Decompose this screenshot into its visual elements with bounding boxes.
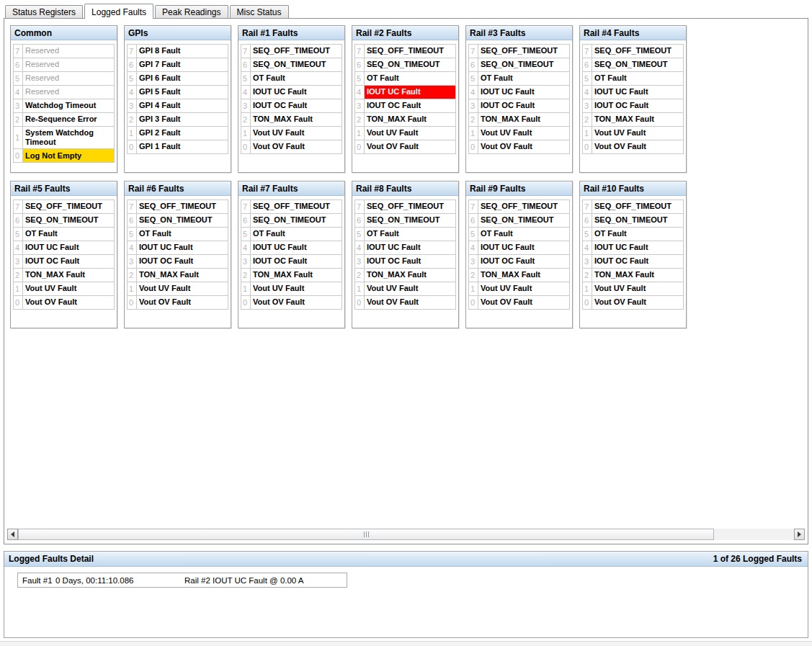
fault-bit-row: 5 GPI 6 Fault — [127, 71, 228, 86]
tab-peak-readings[interactable]: Peak Readings — [155, 5, 228, 18]
fault-bit-row: 6 SEQ_ON_TIMEOUT — [468, 213, 570, 228]
fault-label: IOUT OC Fault — [365, 255, 455, 268]
scroll-left-icon — [11, 531, 14, 537]
bit-number: 5 — [128, 72, 137, 85]
fault-bit-row: 4 IOUT UC Fault — [582, 241, 684, 255]
bit-number: 3 — [128, 255, 137, 268]
bit-number: 7 — [469, 200, 478, 213]
fault-label: IOUT UC Fault — [592, 86, 683, 99]
bit-number: 3 — [583, 255, 592, 268]
fault-label: Vout OV Fault — [251, 296, 342, 309]
panel-title: Rail #5 Faults — [14, 184, 70, 194]
bit-number: 5 — [241, 228, 251, 241]
fault-bit-row: 6 SEQ_ON_TIMEOUT — [582, 213, 684, 228]
bit-number: 2 — [469, 269, 478, 282]
scroll-right-icon — [798, 531, 801, 537]
fault-bit-row: 5 OT Fault — [468, 71, 570, 86]
fault-label: TON_MAX Fault — [251, 113, 342, 126]
panel-header: Rail #10 Faults — [580, 181, 686, 196]
fault-label: SEQ_OFF_TIMEOUT — [592, 45, 683, 58]
bit-number: 2 — [583, 113, 592, 126]
fault-label: TON_MAX Fault — [478, 269, 569, 282]
bit-number: 7 — [355, 45, 365, 58]
bit-number: 3 — [583, 99, 592, 112]
bit-number: 4 — [583, 86, 592, 99]
panel-title: Rail #3 Faults — [470, 28, 525, 38]
fault-label: GPI 7 Fault — [137, 58, 228, 71]
bit-number: 2 — [583, 269, 592, 282]
fault-bit-row: 5 OT Fault — [354, 71, 456, 86]
bit-number: 3 — [469, 99, 478, 112]
panel-rail-3-faults: Rail #3 Faults 7 SEQ_OFF_TIMEOUT 6 SEQ_O… — [465, 25, 573, 173]
fault-label: GPI 1 Fault — [137, 140, 228, 153]
bit-number: 5 — [583, 228, 592, 241]
fault-label: IOUT OC Fault — [592, 255, 683, 268]
fault-label: TON_MAX Fault — [478, 113, 569, 126]
panel-header: Common — [11, 26, 117, 40]
fault-bit-row: 7 SEQ_OFF_TIMEOUT — [582, 44, 684, 58]
bit-number: 7 — [583, 45, 592, 58]
bit-number: 7 — [583, 200, 592, 213]
panel-rail-1-faults: Rail #1 Faults 7 SEQ_OFF_TIMEOUT 6 SEQ_O… — [238, 25, 345, 173]
fault-bit-row: 2 TON_MAX Fault — [354, 112, 456, 127]
fault-label: GPI 6 Fault — [137, 72, 228, 85]
fault-label: GPI 4 Fault — [137, 99, 228, 112]
fault-bit-row: 3 IOUT OC Fault — [241, 254, 342, 269]
scrollbar-thumb[interactable] — [18, 529, 714, 540]
fault-bit-row: 0 Vout OV Fault — [127, 295, 228, 310]
fault-label: IOUT OC Fault — [137, 255, 228, 268]
bit-number: 2 — [14, 269, 23, 282]
tab-status-registers[interactable]: Status Registers — [5, 5, 83, 18]
logged-fault-entry[interactable]: Fault #1 0 Days, 00:11:10.086 Rail #2 IO… — [17, 573, 347, 588]
fault-bit-row: 4 IOUT UC Fault — [127, 241, 228, 255]
fault-bit-row: 5 OT Fault — [13, 227, 115, 241]
tab-misc-status[interactable]: Misc Status — [230, 5, 289, 18]
panel-title: Rail #2 Faults — [356, 28, 411, 38]
fault-label: SEQ_ON_TIMEOUT — [137, 214, 228, 227]
fault-bit-row: 4 IOUT UC Fault — [354, 241, 456, 255]
fault-label: SEQ_OFF_TIMEOUT — [478, 45, 569, 58]
panel-header: GPIs — [125, 26, 231, 40]
horizontal-scrollbar[interactable] — [7, 529, 805, 540]
bit-number: 5 — [128, 228, 137, 241]
detail-header: Logged Faults Detail 1 of 26 Logged Faul… — [4, 552, 808, 567]
bit-number: 1 — [469, 282, 478, 295]
panel-items: 7 Reserved 6 Reserved 5 Reserved 4 Reser… — [11, 40, 117, 163]
fault-label: Vout UV Fault — [592, 282, 683, 295]
panel-rail-7-faults: Rail #7 Faults 7 SEQ_OFF_TIMEOUT 6 SEQ_O… — [238, 181, 345, 328]
fault-bit-row: 3 IOUT OC Fault — [582, 99, 684, 113]
fault-label: TON_MAX Fault — [365, 269, 455, 282]
fault-label: GPI 8 Fault — [137, 45, 228, 58]
fault-bit-row: 2 TON_MAX Fault — [354, 268, 456, 282]
fault-bit-row: 4 Reserved — [13, 85, 115, 99]
fault-bit-row: 1 Vout UV Fault — [127, 282, 228, 296]
tab-logged-faults[interactable]: Logged Faults — [84, 4, 153, 19]
scroll-left-button[interactable] — [7, 529, 18, 540]
bit-number: 3 — [14, 99, 23, 112]
fault-bit-row: 1 Vout UV Fault — [354, 282, 456, 296]
scrollbar-track[interactable] — [18, 529, 794, 540]
panel-rail-6-faults: Rail #6 Faults 7 SEQ_OFF_TIMEOUT 6 SEQ_O… — [124, 181, 231, 328]
panel-title: Rail #1 Faults — [242, 28, 298, 38]
bit-number: 4 — [583, 241, 592, 254]
fault-bit-row: 6 SEQ_ON_TIMEOUT — [13, 213, 115, 228]
fault-entry-name: Fault #1 — [18, 576, 55, 585]
bit-number: 4 — [128, 241, 137, 254]
scroll-right-button[interactable] — [794, 529, 805, 540]
fault-label: IOUT OC Fault — [478, 255, 569, 268]
fault-label: OT Fault — [23, 228, 114, 241]
fault-bit-row: 5 OT Fault — [354, 227, 456, 241]
bit-number: 6 — [241, 214, 251, 227]
fault-bit-row: 1 Vout UV Fault — [468, 126, 570, 140]
fault-bit-row: 7 SEQ_OFF_TIMEOUT — [354, 44, 456, 58]
fault-label: IOUT UC Fault — [592, 241, 683, 254]
bit-number: 0 — [469, 296, 478, 309]
fault-label: IOUT UC Fault — [365, 241, 455, 254]
fault-bit-row: 6 SEQ_ON_TIMEOUT — [241, 213, 342, 228]
fault-bit-row: 7 SEQ_OFF_TIMEOUT — [241, 199, 342, 214]
fault-label: SEQ_ON_TIMEOUT — [251, 214, 342, 227]
bit-number: 5 — [14, 228, 23, 241]
bit-number: 5 — [355, 72, 365, 85]
bit-number: 3 — [128, 99, 137, 112]
fault-label: Vout OV Fault — [478, 140, 569, 153]
